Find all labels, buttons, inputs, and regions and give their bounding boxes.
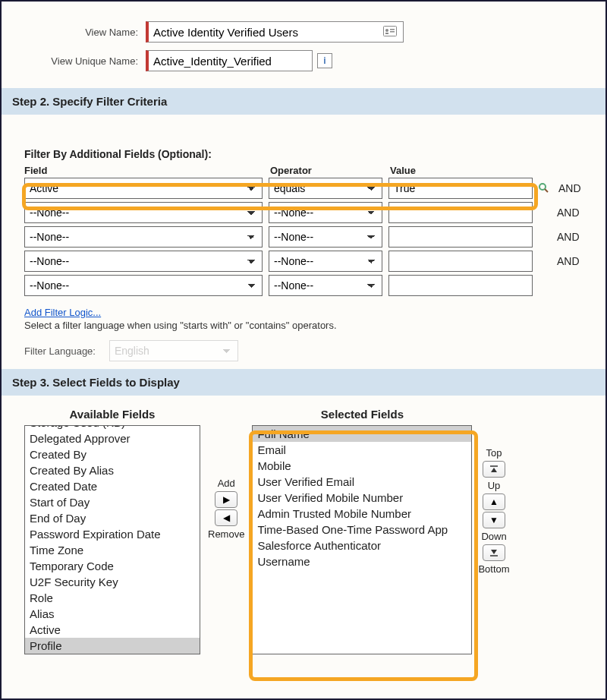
list-item[interactable]: Created By Alias [25, 462, 200, 478]
list-item[interactable]: Full Name [253, 426, 471, 442]
filter-operator-select[interactable]: --None-- [269, 226, 382, 248]
and-label: AND [557, 231, 580, 243]
list-item[interactable]: Role [25, 590, 200, 606]
list-item[interactable]: Created Date [25, 478, 200, 494]
filter-language-select: English [109, 340, 238, 361]
list-item[interactable]: Email [253, 442, 471, 458]
filter-value-input[interactable] [388, 202, 533, 223]
down-label: Down [481, 531, 506, 542]
list-item[interactable]: Password Expiration Date [25, 526, 200, 542]
list-item[interactable]: User Verified Mobile Number [253, 490, 471, 506]
add-button[interactable]: ▶ [215, 491, 237, 508]
lookup-icon[interactable] [537, 181, 551, 195]
bottom-button[interactable] [483, 544, 505, 561]
and-label: AND [557, 255, 580, 267]
selected-fields-listbox[interactable]: Full NameEmailMobileUser Verified EmailU… [252, 425, 472, 654]
add-filter-logic-link[interactable]: Add Filter Logic... [24, 307, 101, 318]
add-label: Add [218, 478, 235, 489]
filter-value-input[interactable] [388, 251, 533, 272]
list-item[interactable]: Start of Day [25, 494, 200, 510]
filter-operator-select[interactable]: --None-- [269, 202, 382, 223]
svg-marker-8 [491, 468, 497, 472]
filter-row: --None----None--AND [24, 251, 592, 272]
down-button[interactable]: ▼ [483, 512, 505, 528]
list-item[interactable]: Time Zone [25, 542, 200, 558]
filter-operator-select[interactable]: equals [269, 178, 382, 199]
list-item[interactable]: Time-Based One-Time Password App [253, 522, 471, 538]
svg-marker-9 [491, 550, 497, 554]
filter-field-select[interactable]: Active [24, 178, 263, 199]
view-name-input[interactable] [146, 21, 404, 43]
filter-operator-select[interactable]: --None-- [269, 251, 382, 272]
top-label: Top [486, 447, 502, 459]
up-label: Up [488, 480, 501, 491]
filter-row: --None----None--AND [24, 226, 592, 248]
list-item[interactable]: Temporary Code [25, 558, 200, 574]
filter-value-input[interactable] [388, 226, 533, 248]
filter-field-select[interactable]: --None-- [24, 275, 263, 296]
step3-header: Step 3. Select Fields to Display [2, 369, 605, 396]
list-item[interactable]: Profile [25, 638, 200, 654]
selected-fields-header: Selected Fields [321, 408, 404, 421]
svg-line-6 [545, 189, 548, 192]
and-label: AND [558, 182, 581, 194]
and-label: AND [557, 207, 580, 219]
col-field-label: Field [24, 165, 270, 176]
col-operator-label: Operator [270, 165, 390, 176]
filter-row: --None----None--AND [24, 202, 592, 223]
list-item[interactable]: Storage Used (KB) [25, 425, 200, 430]
filter-value-input[interactable] [388, 178, 533, 199]
list-item[interactable]: U2F Security Key [25, 574, 200, 590]
info-icon[interactable]: i [317, 53, 332, 68]
list-item[interactable]: Created By [25, 446, 200, 462]
filter-by-heading: Filter By Additional Fields (Optional): [24, 148, 592, 160]
up-button[interactable]: ▲ [483, 493, 505, 510]
filter-row: ActiveequalsAND [24, 178, 592, 199]
view-unique-name-input[interactable] [146, 50, 313, 71]
list-item[interactable]: End of Day [25, 510, 200, 526]
filter-field-select[interactable]: --None-- [24, 226, 263, 248]
col-value-label: Value [390, 165, 538, 176]
remove-button[interactable]: ◀ [215, 509, 237, 526]
available-fields-header: Available Fields [70, 408, 156, 421]
list-item[interactable]: Active [25, 622, 200, 638]
filter-row: --None----None-- [24, 275, 592, 296]
list-item[interactable]: Alias [25, 606, 200, 622]
filter-operator-select[interactable]: --None-- [269, 275, 382, 296]
list-item[interactable]: User Verified Email [253, 474, 471, 490]
filter-field-select[interactable]: --None-- [24, 251, 263, 272]
view-unique-name-label: View Unique Name: [17, 55, 146, 67]
list-item[interactable]: Delegated Approver [25, 430, 200, 446]
filter-language-label: Filter Language: [24, 345, 96, 357]
list-item[interactable]: Username [253, 553, 471, 569]
bottom-label: Bottom [478, 563, 509, 575]
step2-header: Step 2. Specify Filter Criteria [2, 88, 605, 115]
list-item[interactable]: Salesforce Authenticator [253, 538, 471, 553]
view-name-label: View Name: [17, 27, 146, 38]
filter-field-select[interactable]: --None-- [24, 202, 263, 223]
top-button[interactable] [483, 461, 505, 478]
remove-label: Remove [208, 528, 244, 540]
available-fields-listbox[interactable]: Storage Used (KB)Delegated ApproverCreat… [24, 425, 200, 654]
filter-value-input[interactable] [388, 275, 533, 296]
filter-hint-text: Select a filter language when using "sta… [24, 320, 592, 331]
list-item[interactable]: Mobile [253, 458, 471, 474]
svg-point-5 [539, 184, 546, 190]
list-item[interactable]: Admin Trusted Mobile Number [253, 506, 471, 522]
